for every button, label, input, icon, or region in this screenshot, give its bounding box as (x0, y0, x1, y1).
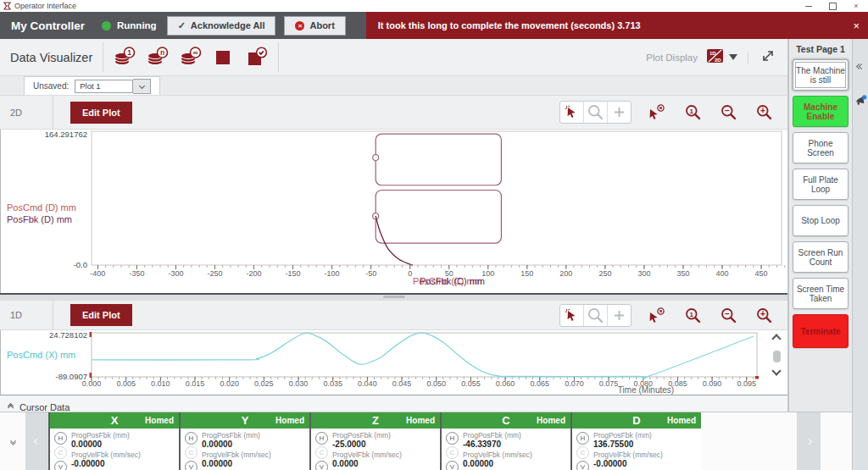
collect-n-samples-icon[interactable]: n (147, 47, 169, 69)
plot-select[interactable]: Plot 1 (75, 79, 151, 94)
banner-close-icon[interactable]: × (853, 19, 860, 32)
add-cursor-icon[interactable] (608, 102, 631, 123)
scroll-axes-right[interactable] (797, 412, 821, 470)
home-flag-icon: H (185, 432, 198, 445)
expand-plot-icon[interactable] (748, 48, 787, 67)
axis-card-d[interactable]: DHomedHCVProgPosFbk (mm)136.75500ProgVel… (570, 412, 701, 470)
plot-1d-scrollbar[interactable] (765, 330, 787, 395)
stop-collection-icon[interactable] (213, 47, 235, 69)
axis-card-x[interactable]: XHomedHCVProgPosFbk (mm)0.00000ProgVelFb… (48, 412, 179, 470)
axis-header: ZHomed (311, 412, 440, 429)
plot-2d-area[interactable]: -400-350-300-250-200-150-100-50050100150… (0, 130, 787, 293)
svg-text:300: 300 (637, 269, 650, 278)
window-title: Operator Interface (14, 2, 76, 10)
plot-tab[interactable]: Unsaved: Plot 1 (24, 76, 160, 95)
plot-select-value[interactable]: Plot 1 (75, 80, 133, 93)
edit-plot-1d-button[interactable]: Edit Plot (70, 304, 132, 326)
plot-display-dropdown-icon[interactable] (729, 54, 737, 60)
sidebar-button-machine-enable[interactable]: Machine Enable (793, 96, 849, 127)
abort-button[interactable]: × Abort (284, 16, 345, 36)
svg-text:0.025: 0.025 (254, 379, 274, 388)
svg-text:0.095: 0.095 (737, 379, 757, 388)
scroll-up-icon[interactable] (771, 334, 781, 343)
svg-text:2D: 2D (715, 57, 721, 62)
sidebar-button-full-plate-loop[interactable]: Full Plate Loop (793, 169, 849, 200)
home-flag-icon: H (54, 432, 67, 445)
zoom-reset-icon[interactable]: 1 (682, 305, 703, 325)
toolbar-right: Plot Display 1D 2D (646, 48, 787, 67)
axis-values: ProgPosFbk (mm)-25.0000ProgVelFbk (mm/se… (332, 431, 402, 470)
plot-2d-header: 2D Edit Plot 1−+ (0, 96, 787, 130)
cursor-select-icon[interactable] (560, 102, 584, 123)
home-flag-icon: H (315, 432, 328, 445)
pos-label: ProgPosFbk (mm) (332, 431, 402, 440)
plot-display-icon[interactable]: 1D 2D (706, 48, 724, 67)
zoom-box-icon[interactable] (584, 305, 608, 326)
svg-text:350: 350 (676, 269, 689, 278)
collapse-cursor-data-icon[interactable] (8, 406, 13, 409)
sidebar-button-phone-screen[interactable]: Phone Screen (793, 132, 849, 163)
vel-value: 0.0000 (332, 459, 402, 469)
clamp-flag-icon: C (54, 446, 67, 459)
axis-header: YHomed (181, 412, 309, 429)
scroll-down-icon[interactable] (771, 366, 781, 375)
minimize-icon[interactable] (804, 2, 814, 10)
sidebar-button-screen-run-count[interactable]: Screen Run Count (793, 241, 849, 273)
edit-plot-2d-button[interactable]: Edit Plot (70, 102, 132, 124)
notification-icon[interactable] (854, 94, 867, 110)
sidebar-button-screen-time-taken[interactable]: Screen Time Taken (793, 278, 849, 309)
velocity-flag-icon: V (315, 461, 328, 470)
axis-card-z[interactable]: ZHomedHCVProgPosFbk (mm)-25.0000ProgVelF… (309, 412, 440, 470)
collection-icons: 1n∞ (103, 47, 278, 69)
vel-value: 0.00000 (202, 459, 271, 469)
zoom-reset-icon[interactable]: 1 (682, 102, 703, 123)
zoom-out-icon[interactable]: − (718, 305, 738, 325)
homed-badge: Homed (145, 416, 174, 425)
svg-text:24.728102: 24.728102 (49, 330, 87, 340)
zoom-in-icon[interactable]: + (754, 102, 774, 123)
clear-cursors-icon[interactable] (647, 102, 667, 123)
zoom-in-icon[interactable]: + (754, 305, 774, 325)
clear-cursors-icon[interactable] (647, 305, 667, 325)
scroll-thumb[interactable] (773, 351, 781, 362)
collapse-panel-icon[interactable] (858, 64, 863, 69)
cursor-select-icon[interactable] (560, 305, 584, 326)
scroll-axes-left[interactable] (25, 412, 48, 470)
chevron-down-icon[interactable] (133, 79, 151, 94)
app-header: My Controller Running ✓ Acknowledge All … (0, 12, 868, 39)
axis-header: CHomed (442, 412, 570, 429)
expand-axes-icon[interactable] (0, 412, 25, 470)
vel-value: -0.00000 (593, 459, 663, 469)
axis-values: ProgPosFbk (mm)136.75500ProgVelFbk (mm/s… (593, 431, 663, 470)
svg-text:-50: -50 (365, 269, 376, 278)
axis-header: DHomed (572, 412, 701, 429)
homed-badge: Homed (537, 416, 565, 425)
sidebar-button-terminate[interactable]: Terminate (793, 314, 849, 348)
acknowledge-all-button[interactable]: ✓ Acknowledge All (167, 16, 276, 36)
maximize-icon[interactable] (827, 2, 837, 10)
add-cursor-icon[interactable] (608, 305, 631, 326)
close-icon[interactable]: × (851, 2, 861, 10)
left-area: Data Visualizer 1n∞ Plot Display 1D (0, 39, 852, 470)
plot-splitter-handle[interactable] (0, 293, 787, 301)
pos-value: 0.00000 (202, 440, 271, 450)
clamp-flag-icon: C (576, 446, 589, 459)
collect-one-sample-icon[interactable]: 1 (114, 47, 136, 69)
svg-text:-89.0907: -89.0907 (55, 372, 87, 381)
pos-label: ProgPosFbk (mm) (593, 431, 663, 440)
svg-text:0.010: 0.010 (151, 379, 170, 388)
axis-card-c[interactable]: CHomedHCVProgPosFbk (mm)-46.33970ProgVel… (440, 412, 570, 470)
axis-card-y[interactable]: YHomedHCVProgPosFbk (mm)0.00000ProgVelFb… (179, 412, 309, 470)
svg-text:∞: ∞ (193, 48, 198, 57)
zoom-box-icon[interactable] (584, 102, 608, 123)
svg-text:0.055: 0.055 (461, 379, 481, 388)
vel-label: ProgVelFbk (mm/sec) (71, 451, 141, 459)
svg-text:0: 0 (408, 269, 412, 278)
svg-text:0.050: 0.050 (426, 379, 446, 388)
plot-1d-area[interactable]: 0.0000.0050.0100.0150.0200.0250.0300.035… (0, 330, 787, 395)
collect-continuous-icon[interactable]: ∞ (180, 47, 202, 69)
apply-collection-icon[interactable] (246, 47, 268, 69)
zoom-out-icon[interactable]: − (718, 102, 738, 123)
sidebar-button-the-machine-is-still[interactable]: The Machine is still (793, 59, 849, 91)
sidebar-button-stop-loop[interactable]: Stop Loop (793, 205, 849, 236)
